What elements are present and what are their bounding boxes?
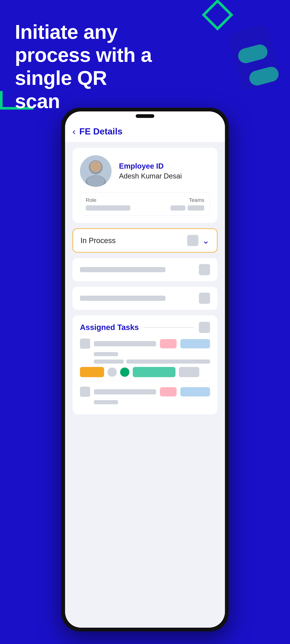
status-icon-box <box>187 235 198 246</box>
page-title: FE Details <box>79 126 123 136</box>
employee-id-label: Employee ID <box>119 162 182 170</box>
info-row-2 <box>73 287 217 310</box>
tasks-divider <box>144 327 194 328</box>
task-subtitle-row-1 <box>94 352 210 356</box>
team-bar-2 <box>188 206 204 210</box>
task-meta-bar-1b <box>126 360 210 364</box>
team-bar-1 <box>170 206 185 210</box>
role-teams-row: Role Teams <box>80 192 210 216</box>
task-meta-row-1 <box>94 360 210 364</box>
task-meta-bar-1a <box>94 360 124 364</box>
phone-notch <box>65 112 225 121</box>
task-sub-bar-2a <box>94 400 118 404</box>
task-sub-bar-1a <box>94 352 118 356</box>
info-bar-2 <box>80 296 165 301</box>
task-badge-pink-2 <box>160 387 177 396</box>
teams-section: Teams <box>170 197 204 210</box>
back-button[interactable]: ‹ <box>73 127 76 136</box>
phone-screen: ‹ FE Details <box>65 112 225 628</box>
tasks-section: Assigned Tasks <box>73 315 217 414</box>
info-bar-1 <box>80 267 165 272</box>
tasks-title: Assigned Tasks <box>80 323 139 332</box>
phone-frame: ‹ FE Details <box>61 108 229 631</box>
content-area: Employee ID Adesh Kumar Desai Role Teams <box>65 142 225 628</box>
task-item-2 <box>80 386 210 408</box>
diamond-decoration <box>202 0 233 31</box>
task-badge-blue-2 <box>180 387 210 396</box>
badge-dot-green-1 <box>120 368 129 377</box>
task-item-1 <box>80 338 210 381</box>
task-top-row-1 <box>80 338 210 349</box>
task-checkbox-2[interactable] <box>80 386 90 397</box>
info-row-1 <box>73 258 217 281</box>
task-checkbox-1[interactable] <box>80 338 90 349</box>
tasks-icon-box <box>199 322 210 333</box>
info-icon-2 <box>199 293 210 304</box>
role-label: Role <box>86 197 130 203</box>
task-title-bar-2 <box>94 389 156 394</box>
employee-name: Adesh Kumar Desai <box>119 172 182 180</box>
badge-dot-gray-1 <box>107 368 117 377</box>
teams-bars <box>170 206 204 210</box>
role-section: Role <box>86 197 130 210</box>
badge-gray-pill-1 <box>179 367 199 377</box>
status-text: In Process <box>81 236 116 245</box>
notch-pill <box>136 114 154 118</box>
svg-point-4 <box>87 176 105 187</box>
badge-teal-1 <box>133 367 175 377</box>
task-subtitle-row-2 <box>94 400 210 404</box>
badge-orange-1 <box>80 367 104 377</box>
employee-top-row: Employee ID Adesh Kumar Desai <box>80 155 210 187</box>
role-value-bar <box>86 206 130 210</box>
employee-card: Employee ID Adesh Kumar Desai Role Teams <box>73 148 217 223</box>
app-header: ‹ FE Details <box>65 121 225 142</box>
hero-title: Initiate any process with a single QR sc… <box>15 20 154 113</box>
task-title-bar-1 <box>94 341 156 346</box>
task-badge-pink-1 <box>160 339 177 348</box>
task-progress-row-1 <box>80 367 210 377</box>
teams-label: Teams <box>189 197 204 203</box>
status-dropdown[interactable]: In Process ⌄ <box>73 228 217 252</box>
svg-point-3 <box>90 161 101 172</box>
task-badge-blue-1 <box>180 339 210 348</box>
chevron-down-icon: ⌄ <box>202 235 209 246</box>
status-right: ⌄ <box>187 235 209 246</box>
info-icon-1 <box>199 264 210 275</box>
employee-info: Employee ID Adesh Kumar Desai <box>119 162 182 180</box>
tasks-header: Assigned Tasks <box>80 322 210 333</box>
avatar <box>80 155 112 187</box>
task-top-row-2 <box>80 386 210 397</box>
